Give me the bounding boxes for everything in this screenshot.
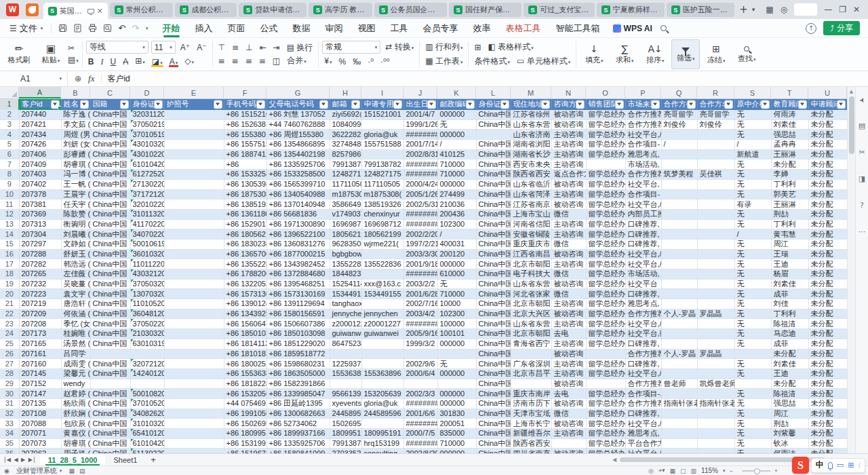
file-tab[interactable]: S贷款申请信息.xlsx [239,3,307,17]
cell[interactable]: China中国 [90,219,130,229]
menu-item-智能工具箱[interactable]: 智能工具箱 [549,19,608,38]
cell[interactable]: 无 [734,279,771,289]
cell[interactable]: 口碑推荐, [625,239,661,249]
justify-button[interactable]: ≡ [257,56,268,66]
filter-dropdown-icon[interactable] [52,100,59,108]
cell[interactable]: 刘妍 (女) [61,140,90,150]
cell[interactable]: China中国 [476,398,511,408]
row-number[interactable]: 24 [0,329,19,339]
number-format-select[interactable]: 常规▾ [322,41,380,54]
cell[interactable] [661,319,697,329]
cell[interactable]: China中国 [476,170,511,180]
cell[interactable]: 207073 [19,438,61,449]
cell[interactable]: 筑梦美程 [661,170,697,180]
cell[interactable]: 丁利利 [771,219,808,229]
zoom-slider[interactable] [742,470,770,472]
filter-dropdown-icon[interactable] [155,100,162,108]
cell[interactable]: 王一帆 (男 [61,179,90,189]
cell[interactable]: 无 [734,170,771,180]
align-left-button[interactable]: ≡ [216,56,227,66]
cell[interactable]: 重庆市南岸 [511,389,551,399]
cell[interactable] [164,389,224,399]
cell[interactable]: +86 15606475 [224,319,267,329]
layout-split-icon[interactable]: ▦ [766,5,773,14]
column-letter[interactable]: E [164,87,224,98]
italic-button[interactable]: I [99,56,106,67]
menu-item-会员专享[interactable]: 会员专享 [416,19,466,38]
file-tab[interactable]: S可过_支付宝+_滴... [524,3,595,17]
redo-button[interactable]: ↷ [132,23,139,33]
cell[interactable] [734,349,771,359]
row-number[interactable]: 34 [0,429,19,439]
cell[interactable]: +86 1354866895 [267,140,330,150]
cell[interactable]: 个人-罗晶 [661,309,697,319]
cell[interactable]: 主动咨询 [551,140,586,150]
cell[interactable]: 207108 [19,408,61,419]
cell[interactable]: 2003/2/2 [403,279,437,289]
cell[interactable]: 000000 [437,110,476,120]
cell[interactable]: 罗晶晶 [697,309,734,319]
align-right-button[interactable]: ≡ [243,56,254,66]
cell[interactable] [661,259,697,269]
cell[interactable]: 安徽省铜陵 [511,229,551,240]
cell[interactable] [164,219,224,229]
cell[interactable]: 主动咨询 [551,368,586,379]
cell[interactable]: +86 15332585 [224,170,267,180]
cell[interactable]: China中国 [90,319,130,329]
cell[interactable]: China中国 [476,200,511,210]
cell[interactable]: 湖南省长沙 [511,149,551,159]
cell[interactable]: 370105199411221118 [130,130,164,140]
cell[interactable]: 唐浩轩 (男 [61,299,90,309]
cell[interactable]: 155751588 [361,140,403,150]
cell[interactable]: China中国 [476,159,511,170]
cell[interactable]: China中国 [476,438,511,449]
filter-dropdown-icon[interactable] [542,100,549,108]
cell[interactable]: 274499 [437,189,476,200]
cell[interactable]: 370502200012272047 [130,319,164,329]
cell[interactable]: 市场活动, [625,269,661,280]
cell[interactable] [661,408,697,419]
cell[interactable]: +86 1506607386 [267,319,330,329]
cell[interactable]: China中国 [476,419,511,429]
cell[interactable]: 刘俊伶 [661,119,697,130]
zoom-level[interactable]: 115% [701,467,718,474]
cell[interactable] [164,319,224,329]
column-header[interactable]: 姓名 [61,99,90,110]
cell[interactable]: 去电 [551,389,586,399]
cell[interactable]: +86 15536380 [224,368,267,379]
cell[interactable] [661,329,697,339]
cell[interactable]: 2002/5/31 [403,200,437,210]
cell[interactable] [697,229,734,240]
cell[interactable]: 2001/6/6 [403,408,437,419]
cell[interactable]: 未分配 [808,130,847,140]
cell[interactable]: 山东省临沂 [511,179,551,189]
row-number[interactable]: 4 [0,130,19,140]
cell[interactable]: 强思喆 [771,398,808,408]
cell[interactable]: 袁文宇 (女 [61,289,90,299]
cell[interactable]: 天津市宝坻 [511,408,551,419]
cell[interactable]: 平台合作方 [625,438,661,449]
cell[interactable]: 710000 [437,159,476,170]
cell[interactable]: 去电 [551,329,586,339]
cell[interactable]: gloria@uk [361,130,403,140]
cell[interactable]: China中国 [476,429,511,439]
row-number[interactable]: 30 [0,389,19,399]
cell[interactable]: 未分配 [808,219,847,229]
cell[interactable]: 2005/9/16 [403,329,437,339]
menu-item-开始[interactable]: 开始 [155,19,188,38]
cell[interactable] [361,359,403,369]
clear-button[interactable]: ◇▾ [182,56,196,68]
cell[interactable]: 主动咨询 [551,359,586,369]
cell[interactable]: 835000 [437,429,476,439]
cell[interactable]: 罗晶晶 [697,349,734,359]
cell[interactable]: 108409964XXX@163. [330,119,361,130]
cell[interactable]: 个人-罗晶 [661,349,697,359]
output-button[interactable] [73,24,82,33]
cell[interactable]: 799138782 [361,159,403,170]
cell[interactable]: +86 1859518772 [267,349,330,359]
cell[interactable]: 刘俊伶 [697,119,734,130]
row-number[interactable]: 2 [0,110,19,120]
add-sheet-button[interactable]: + [145,455,161,465]
cell[interactable]: 未分配 [808,289,847,299]
cell[interactable]: ######## [403,319,437,329]
